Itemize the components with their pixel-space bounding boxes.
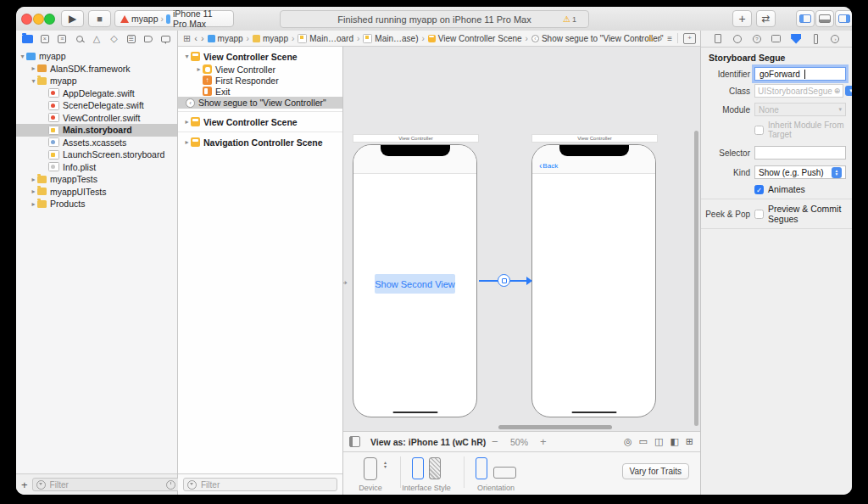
zoom-in-button[interactable]: +	[540, 435, 547, 448]
disclosure-open-icon[interactable]: ▾	[183, 53, 191, 60]
run-button[interactable]: ▶	[61, 10, 84, 27]
breakpoint-navigator-tab[interactable]	[143, 33, 154, 44]
add-editor-icon[interactable]: +	[683, 33, 696, 44]
connections-inspector-tab[interactable]: ›	[830, 33, 841, 44]
disclosure-closed-icon[interactable]: ▸	[30, 200, 37, 208]
outline-toggle-icon[interactable]	[349, 436, 360, 447]
tree-row-assets[interactable]: Assets.xcassets	[16, 137, 177, 149]
embed-in-icon[interactable]: ▭	[639, 436, 648, 447]
breadcrumb-scene[interactable]: View Controller Scene	[428, 34, 522, 43]
selector-field[interactable]	[754, 146, 846, 160]
scene2-title-bar[interactable]: View Controller	[531, 134, 658, 143]
align-icon[interactable]: ◫	[654, 436, 663, 447]
outline-row-exit[interactable]: Exit	[178, 86, 342, 97]
module-popup[interactable]: None ▾	[754, 103, 846, 116]
outline-filter-field[interactable]	[183, 478, 337, 491]
light-mode-icon[interactable]	[412, 457, 424, 479]
tree-row-myapptests[interactable]: ▸myappTests	[16, 173, 177, 186]
disclosure-closed-icon[interactable]: ▸	[195, 65, 203, 73]
tree-row-viewcontroller[interactable]: ViewController.swift	[16, 112, 177, 125]
next-issue-icon[interactable]: ›	[659, 34, 662, 43]
report-navigator-tab[interactable]	[160, 33, 171, 44]
outline-row-segue[interactable]: ‹Show segue to "View Controller"	[178, 97, 342, 109]
back-icon[interactable]: ‹	[194, 33, 198, 43]
identifier-field[interactable]	[754, 67, 846, 81]
navigator-filter-field[interactable]	[32, 478, 192, 491]
tree-row-myappuitests[interactable]: ▸myappUITests	[16, 186, 177, 199]
selector-input[interactable]	[758, 148, 843, 159]
size-inspector-tab[interactable]	[810, 33, 821, 44]
file-inspector-tab[interactable]	[712, 33, 723, 44]
source-control-tab[interactable]: ×	[39, 33, 50, 44]
disclosure-open-icon[interactable]: ▾	[19, 53, 26, 60]
previous-issue-icon[interactable]: ‹	[639, 34, 642, 43]
portrait-icon[interactable]	[476, 457, 487, 479]
code-review-button[interactable]: ⇄	[756, 10, 776, 27]
tree-row-alansdk[interactable]: ▸AlanSDK.framework	[16, 63, 177, 76]
class-plus-icon[interactable]: ⊕	[834, 87, 841, 95]
device-phone-icon[interactable]	[364, 457, 377, 480]
class-dropdown-button[interactable]: ▾	[845, 86, 852, 96]
view-controller-1[interactable]: Show Second View	[353, 144, 477, 417]
show-second-view-button[interactable]: Show Second View	[375, 274, 455, 294]
issue-badge[interactable]: ⚠ 1	[563, 15, 576, 24]
outline-row-first-responder[interactable]: First Responder	[178, 75, 342, 86]
segue-connection-icon[interactable]	[498, 274, 510, 287]
project-navigator-tab[interactable]	[22, 33, 33, 44]
tree-row-products[interactable]: ▸Products	[16, 198, 177, 210]
navigator-filter-input[interactable]	[48, 479, 164, 490]
identifier-input[interactable]	[758, 69, 805, 80]
zoom-level[interactable]: 50%	[510, 437, 528, 447]
horizontal-scrollbar[interactable]	[498, 425, 612, 429]
inherit-module-checkbox[interactable]	[754, 126, 764, 135]
symbol-navigator-tab[interactable]: ≡	[57, 33, 68, 44]
vertical-scrollbar[interactable]	[694, 131, 698, 426]
disclosure-open-icon[interactable]: ▾	[30, 77, 37, 85]
disclosure-closed-icon[interactable]: ▸	[183, 118, 191, 126]
disclosure-closed-icon[interactable]: ▸	[30, 176, 37, 183]
forward-icon[interactable]: ›	[201, 33, 204, 43]
toggle-navigator-button[interactable]	[796, 10, 815, 27]
add-constraints-icon[interactable]: ◧	[670, 436, 678, 447]
warning-icon[interactable]: ⚠	[647, 34, 654, 42]
tree-row-appdelegate[interactable]: AppDelegate.swift	[16, 87, 177, 100]
view-as-label[interactable]: View as: iPhone 11 (wC hR)	[370, 437, 486, 447]
editor-options-icon[interactable]: ≡	[667, 34, 672, 43]
vary-for-traits-button[interactable]: Vary for Traits	[622, 463, 690, 479]
add-file-button[interactable]: +	[21, 479, 28, 491]
outline-row-scene2[interactable]: ▸View Controller Scene	[178, 115, 342, 129]
dark-mode-icon[interactable]	[429, 457, 441, 479]
resolve-layout-icon[interactable]: ⊞	[686, 436, 693, 447]
back-button[interactable]: ‹Back	[539, 162, 558, 170]
attributes-inspector-tab[interactable]	[791, 33, 802, 44]
stop-button[interactable]: ■	[88, 10, 111, 27]
landscape-icon[interactable]	[493, 467, 516, 479]
breadcrumb-project[interactable]: myapp	[208, 34, 243, 43]
test-navigator-tab[interactable]: ◇	[108, 33, 120, 44]
zoom-out-button[interactable]: −	[492, 435, 498, 448]
minimize-window-button[interactable]	[33, 14, 44, 25]
recent-files-icon[interactable]	[166, 480, 175, 490]
disclosure-closed-icon[interactable]: ▸	[30, 188, 37, 195]
find-navigator-tab[interactable]	[74, 33, 85, 44]
history-inspector-tab[interactable]	[732, 33, 743, 44]
animates-checkbox[interactable]: ✓	[754, 185, 764, 194]
view-controller-2[interactable]: ‹Back	[531, 144, 656, 417]
related-items-icon[interactable]: ⊞	[183, 33, 191, 44]
issue-navigator-tab[interactable]: △	[92, 33, 103, 44]
toggle-inspector-button[interactable]	[835, 10, 852, 27]
outline-row-nav-scene[interactable]: ▸Navigation Controller Scene	[178, 135, 342, 149]
tree-row-scenedelegate[interactable]: SceneDelegate.swift	[16, 99, 177, 112]
disclosure-closed-icon[interactable]: ▸	[183, 138, 191, 146]
library-button[interactable]: +	[732, 10, 752, 27]
tree-row-launchscreen[interactable]: LaunchScreen.storyboard	[16, 148, 177, 161]
tree-row-infoplist[interactable]: Info.plist	[16, 161, 177, 174]
update-frames-icon[interactable]: ◎	[624, 436, 632, 447]
kind-popup[interactable]: Show (e.g. Push) ▴▾	[754, 165, 846, 179]
debug-navigator-tab[interactable]: ☰	[125, 33, 136, 44]
scheme-selector[interactable]: myapp › iPhone 11 Pro Max	[114, 10, 234, 27]
scene1-title-bar[interactable]: View Controller	[353, 134, 479, 143]
close-window-button[interactable]	[21, 14, 32, 25]
class-combo-field[interactable]: UIStoryboardSegue ⊕	[754, 84, 843, 98]
device-stepper[interactable]: ▴▾	[384, 461, 387, 469]
